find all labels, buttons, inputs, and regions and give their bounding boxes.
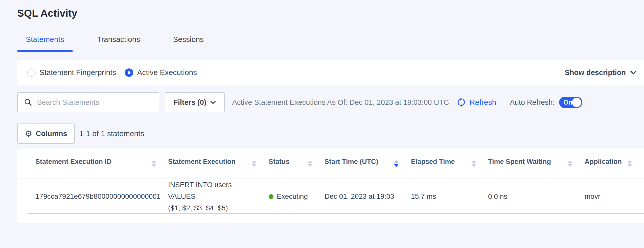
as-of-timestamp: Active Statement Executions As Of: Dec 0… — [232, 98, 449, 107]
cell-execution-id[interactable]: 179cca7921e679b80000000000000001 — [35, 192, 168, 201]
column-header-application[interactable]: Application — [585, 158, 644, 169]
cell-start-time: Dec 01, 2023 at 19:03 — [325, 192, 411, 201]
radio-statement-fingerprints[interactable]: Statement Fingerprints — [27, 68, 116, 77]
sort-icon[interactable] — [568, 160, 572, 167]
sort-icon[interactable] — [151, 160, 156, 167]
sort-icon[interactable] — [252, 160, 257, 167]
column-header-statement-execution[interactable]: Statement Execution — [168, 158, 269, 169]
toggle-knob-icon — [572, 98, 581, 107]
refresh-icon — [456, 97, 467, 108]
table-header-row: Statement Execution ID Statement Executi… — [17, 148, 644, 179]
refresh-label: Refresh — [470, 98, 496, 107]
radio-unselected-icon[interactable] — [27, 68, 36, 77]
sort-icon[interactable] — [308, 160, 312, 167]
column-header-elapsed-time[interactable]: Elapsed Time — [411, 158, 488, 169]
sort-icon[interactable] — [471, 160, 476, 167]
tab-transactions[interactable]: Transactions — [88, 35, 149, 51]
table-toolbar: ⚙ Columns 1-1 of 1 statements — [17, 123, 644, 144]
column-header-status[interactable]: Status — [269, 158, 325, 169]
column-header-start-time[interactable]: Start Time (UTC) — [325, 158, 411, 169]
search-icon — [24, 98, 32, 107]
search-box[interactable] — [17, 92, 159, 112]
show-description-label: Show description — [565, 68, 626, 77]
sort-icon[interactable] — [627, 160, 632, 167]
radio-active-executions[interactable]: Active Executions — [125, 68, 197, 77]
cell-statement[interactable]: INSERT INTO users VALUES ($1, $2, $3, $4… — [168, 179, 269, 214]
vertical-divider — [503, 94, 503, 110]
controls-row: Filters (0) Active Statement Executions … — [17, 92, 644, 112]
tab-sessions[interactable]: Sessions — [164, 35, 212, 51]
table-row: 179cca7921e679b80000000000000001 INSERT … — [17, 179, 644, 214]
chevron-down-icon — [210, 100, 216, 105]
statements-table: Statement Execution ID Statement Executi… — [17, 148, 644, 223]
search-input[interactable] — [37, 98, 154, 107]
chevron-down-icon — [630, 70, 637, 75]
refresh-button[interactable]: Refresh — [456, 97, 496, 108]
toggle-state-label: On — [563, 99, 572, 106]
column-header-time-spent-waiting[interactable]: Time Spent Waiting — [488, 158, 585, 169]
filters-label: Filters (0) — [173, 98, 206, 107]
auto-refresh-toggle[interactable]: On — [559, 97, 582, 108]
auto-refresh-control: Auto Refresh: On — [510, 97, 582, 108]
sql-activity-tabs: Statements Transactions Sessions — [17, 35, 644, 51]
show-description-toggle[interactable]: Show description — [565, 68, 637, 77]
columns-label: Columns — [36, 130, 67, 138]
cell-time-spent-waiting: 0.0 ns — [488, 192, 585, 201]
sort-desc-icon[interactable] — [394, 160, 399, 167]
gear-icon: ⚙ — [25, 130, 32, 138]
column-header-statement-execution-id[interactable]: Statement Execution ID — [35, 158, 168, 169]
cell-status: Executing — [269, 192, 325, 201]
view-mode-card: Statement Fingerprints Active Executions… — [17, 60, 644, 85]
radio-label-statement-fingerprints: Statement Fingerprints — [39, 68, 116, 77]
status-executing-icon — [269, 194, 273, 199]
page-title: SQL Activity — [17, 8, 644, 19]
filters-button[interactable]: Filters (0) — [165, 92, 225, 112]
radio-label-active-executions: Active Executions — [137, 68, 197, 77]
status-label: Executing — [277, 192, 308, 201]
result-count: 1-1 of 1 statements — [79, 129, 144, 138]
cell-application: movr — [585, 192, 644, 201]
columns-button[interactable]: ⚙ Columns — [17, 123, 75, 144]
auto-refresh-label: Auto Refresh: — [510, 98, 555, 107]
cell-elapsed-time: 15.7 ms — [411, 192, 488, 201]
tab-statements[interactable]: Statements — [17, 35, 73, 51]
radio-selected-icon[interactable] — [125, 68, 133, 77]
